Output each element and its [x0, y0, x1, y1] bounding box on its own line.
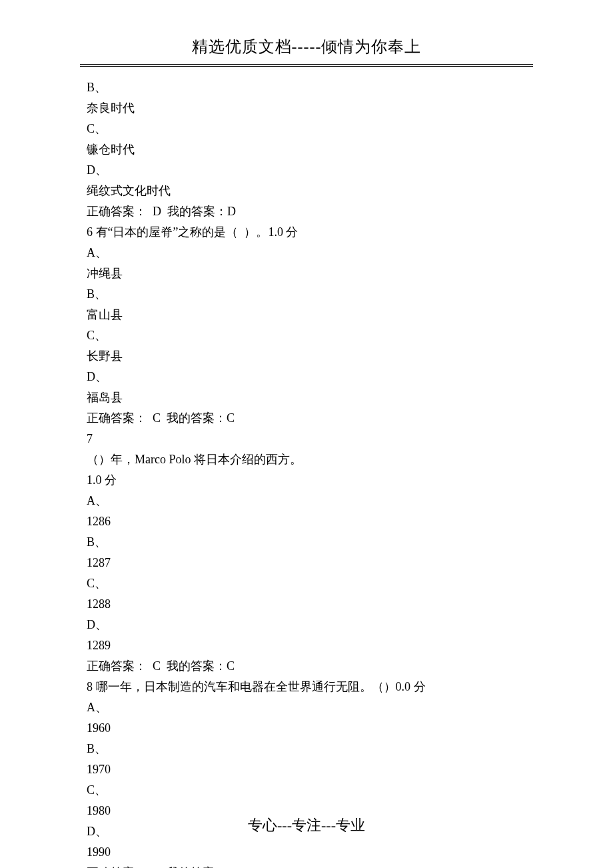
question-line: 8 哪一年，日本制造的汽车和电器在全世界通行无阻。（）0.0 分: [87, 678, 526, 696]
text-line: 1960: [87, 719, 526, 737]
page-footer: 专心---专注---专业: [0, 814, 613, 836]
answer-line: 正确答案： C 我的答案：D: [87, 864, 526, 868]
text-line: D、: [87, 161, 526, 179]
page-header: 精选优质文档-----倾情为你奉上: [0, 0, 613, 64]
text-line: 长野县: [87, 347, 526, 365]
text-line: C、: [87, 575, 526, 593]
header-rule-top: [80, 64, 533, 65]
question-line: 7: [87, 430, 526, 448]
text-line: A、: [87, 492, 526, 510]
text-line: 1288: [87, 595, 526, 613]
text-line: 1.0 分: [87, 471, 526, 489]
text-line: 镰仓时代: [87, 141, 526, 159]
header-rule-bottom: [80, 66, 533, 67]
text-line: C、: [87, 781, 526, 799]
text-line: B、: [87, 533, 526, 551]
text-line: 绳纹式文化时代: [87, 182, 526, 200]
document-page: 精选优质文档-----倾情为你奉上 B、 奈良时代 C、 镰仓时代 D、 绳纹式…: [0, 0, 613, 868]
text-line: 奈良时代: [87, 99, 526, 117]
text-line: A、: [87, 699, 526, 717]
text-line: 福岛县: [87, 389, 526, 407]
text-line: 1286: [87, 513, 526, 531]
text-line: D、: [87, 368, 526, 386]
header-text: 精选优质文档-----倾情为你奉上: [192, 38, 422, 55]
text-line: A、: [87, 244, 526, 262]
text-line: D、: [87, 616, 526, 634]
answer-line: 正确答案： D 我的答案：D: [87, 203, 526, 221]
text-line: 1287: [87, 554, 526, 572]
text-line: B、: [87, 740, 526, 758]
text-line: B、: [87, 79, 526, 97]
answer-line: 正确答案： C 我的答案：C: [87, 409, 526, 427]
answer-line: 正确答案： C 我的答案：C: [87, 657, 526, 675]
text-line: B、: [87, 285, 526, 303]
text-line: 富山县: [87, 306, 526, 324]
body-text: B、 奈良时代 C、 镰仓时代 D、 绳纹式文化时代 正确答案： D 我的答案：…: [0, 79, 613, 868]
text-line: 冲绳县: [87, 265, 526, 283]
text-line: 1289: [87, 637, 526, 655]
text-line: C、: [87, 327, 526, 345]
text-line: （）年，Marco Polo 将日本介绍的西方。: [87, 451, 526, 469]
footer-text: 专心---专注---专业: [248, 817, 365, 833]
text-line: 1990: [87, 843, 526, 861]
question-line: 6 有“日本的屋脊”之称的是（ ）。1.0 分: [87, 223, 526, 241]
text-line: C、: [87, 120, 526, 138]
text-line: 1970: [87, 761, 526, 779]
